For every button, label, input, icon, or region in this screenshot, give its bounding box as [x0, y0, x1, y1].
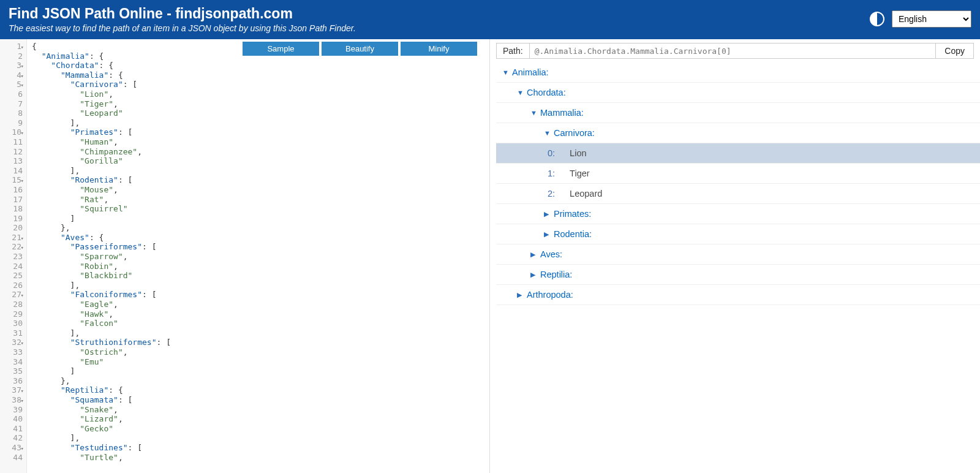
tree-row[interactable]: Primates:	[496, 204, 980, 224]
tree-row[interactable]: Animalia:	[496, 62, 980, 83]
chevron-right-icon[interactable]	[530, 271, 537, 279]
code-line[interactable]: ]	[32, 214, 484, 224]
code-line[interactable]: "Chordata": {	[32, 61, 484, 70]
code-line[interactable]: ]	[32, 366, 484, 376]
code-line[interactable]: "Rat",	[32, 195, 484, 205]
editor-code[interactable]: { "Animalia": { "Chordata": { "Mammalia"…	[27, 39, 489, 473]
code-line[interactable]: "Sparrow",	[32, 252, 484, 262]
theme-toggle-icon[interactable]	[870, 12, 884, 26]
gutter-line: 30	[6, 319, 23, 328]
code-line[interactable]: "Lion",	[32, 89, 484, 99]
code-line[interactable]: },	[32, 223, 484, 233]
code-line[interactable]: "Primates": [	[32, 127, 484, 137]
tree-value: Lion	[570, 148, 586, 158]
header-right: English	[870, 10, 971, 28]
code-line[interactable]: "Turtle",	[32, 453, 484, 463]
tree-row[interactable]: 1:Tiger	[496, 164, 980, 184]
tree-row[interactable]: Rodentia:	[496, 224, 980, 244]
tree-index: 2:	[548, 189, 555, 199]
code-line[interactable]: "Passeriformes": [	[32, 242, 484, 252]
chevron-down-icon[interactable]	[530, 109, 537, 116]
tree-row[interactable]: Mammalia:	[496, 103, 980, 123]
json-editor[interactable]: 1 ▾23 ▾4 ▾5 ▾678910 ▾1112131415 ▾1617181…	[0, 39, 489, 473]
code-line[interactable]: "Struthioniformes": [	[32, 338, 484, 347]
code-line[interactable]: "Falconiformes": [	[32, 290, 484, 300]
minify-button[interactable]: Minify	[401, 42, 477, 56]
gutter-line: 18	[6, 204, 23, 214]
code-line[interactable]: },	[32, 376, 484, 386]
gutter-line: 25	[6, 271, 23, 281]
code-line[interactable]: "Squamata": [	[32, 395, 484, 405]
tree-row[interactable]: Aves:	[496, 244, 980, 265]
code-line[interactable]: "Tiger",	[32, 99, 484, 109]
code-line[interactable]: "Testudines": [	[32, 443, 484, 453]
code-line[interactable]: "Squirrel"	[32, 204, 484, 214]
code-line[interactable]: ],	[32, 433, 484, 443]
tree-key: Carnivora:	[554, 128, 595, 138]
tree-row[interactable]: 0:Lion	[496, 143, 980, 164]
chevron-right-icon[interactable]	[544, 210, 550, 218]
code-line[interactable]: "Snake",	[32, 405, 484, 415]
code-line[interactable]: "Rodentia": [	[32, 175, 484, 185]
code-line[interactable]: "Lizard",	[32, 414, 484, 424]
gutter-line: 29	[6, 309, 23, 319]
editor-gutter: 1 ▾23 ▾4 ▾5 ▾678910 ▾1112131415 ▾1617181…	[0, 39, 27, 473]
language-select[interactable]: English	[892, 10, 971, 28]
tree-key: Mammalia:	[540, 108, 584, 118]
code-line[interactable]: ],	[32, 281, 484, 290]
gutter-line: 22 ▾	[6, 242, 23, 252]
gutter-line: 35	[6, 366, 23, 376]
code-line[interactable]: "Blackbird"	[32, 271, 484, 281]
tree-key: Aves:	[540, 249, 562, 259]
code-line[interactable]: "Mammalia": {	[32, 70, 484, 80]
gutter-line: 27 ▾	[6, 290, 23, 300]
code-line[interactable]: "Aves": {	[32, 233, 484, 243]
tree-row[interactable]: Arthropoda:	[496, 285, 980, 305]
chevron-right-icon[interactable]	[517, 291, 523, 299]
code-line[interactable]: "Chimpanzee",	[32, 147, 484, 157]
tree-row[interactable]: 2:Leopard	[496, 184, 980, 204]
code-line[interactable]: "Carnivora": [	[32, 80, 484, 89]
sample-button[interactable]: Sample	[243, 42, 319, 56]
gutter-line: 24	[6, 262, 23, 271]
chevron-down-icon[interactable]	[502, 69, 508, 76]
gutter-line: 11	[6, 137, 23, 147]
code-line[interactable]: ],	[32, 166, 484, 176]
gutter-line: 31	[6, 328, 23, 338]
gutter-line: 23	[6, 252, 23, 262]
path-input[interactable]	[530, 44, 936, 58]
code-line[interactable]: ],	[32, 328, 484, 338]
code-line[interactable]: "Gorilla"	[32, 156, 484, 166]
chevron-right-icon[interactable]	[544, 230, 550, 238]
tree-key: Primates:	[554, 209, 591, 219]
code-line[interactable]: "Reptilia": {	[32, 385, 484, 395]
code-line[interactable]: "Mouse",	[32, 185, 484, 195]
gutter-line: 39	[6, 405, 23, 415]
chevron-down-icon[interactable]	[544, 129, 550, 137]
chevron-down-icon[interactable]	[517, 89, 523, 96]
code-line[interactable]: "Robin",	[32, 262, 484, 271]
copy-button[interactable]: Copy	[935, 44, 973, 58]
code-line[interactable]: "Falcon"	[32, 319, 484, 328]
code-line[interactable]: "Ostrich",	[32, 347, 484, 357]
chevron-right-icon[interactable]	[530, 251, 537, 259]
tree-row[interactable]: Chordata:	[496, 83, 980, 103]
tree-row[interactable]: Reptilia:	[496, 265, 980, 285]
path-bar: Path: Copy	[496, 43, 974, 59]
gutter-line: 5 ▾	[6, 80, 23, 89]
gutter-line: 44	[6, 453, 23, 463]
code-line[interactable]: "Emu"	[32, 357, 484, 367]
beautify-button[interactable]: Beautify	[322, 42, 398, 56]
gutter-line: 15 ▾	[6, 175, 23, 185]
tree-row[interactable]: Carnivora:	[496, 123, 980, 143]
gutter-line: 33	[6, 347, 23, 357]
code-line[interactable]: ],	[32, 118, 484, 128]
gutter-line: 26	[6, 281, 23, 290]
gutter-line: 14	[6, 166, 23, 176]
tree-key: Arthropoda:	[527, 290, 573, 300]
code-line[interactable]: "Human",	[32, 137, 484, 147]
code-line[interactable]: "Hawk",	[32, 309, 484, 319]
code-line[interactable]: "Eagle",	[32, 300, 484, 309]
code-line[interactable]: "Gecko"	[32, 424, 484, 434]
code-line[interactable]: "Leopard"	[32, 108, 484, 118]
